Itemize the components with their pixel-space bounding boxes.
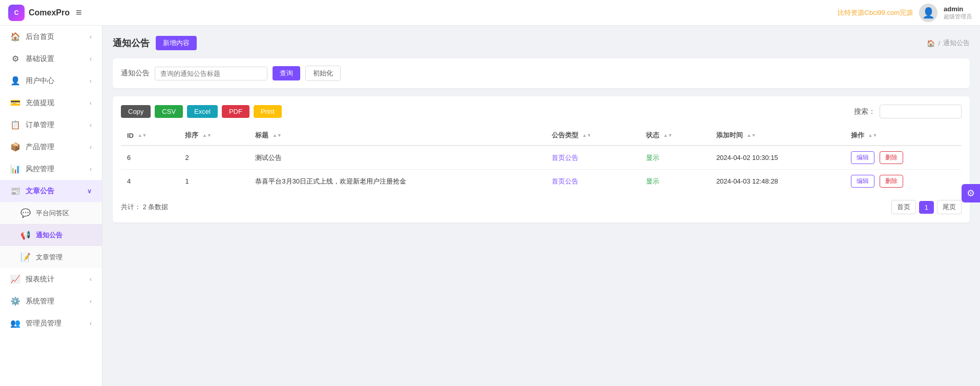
export-buttons-left: Copy CSV Excel PDF Print xyxy=(121,105,282,118)
sidebar-item-product-mgmt[interactable]: 📦 产品管理 ‹ xyxy=(0,136,102,158)
print-button[interactable]: Print xyxy=(254,105,282,118)
reset-button[interactable]: 初始化 xyxy=(305,66,341,81)
logo-icon: C xyxy=(8,5,25,21)
search-input[interactable] xyxy=(155,67,267,80)
sidebar-label-article-notice: 文章公告 xyxy=(26,187,54,196)
table-search: 搜索： xyxy=(854,105,962,118)
copy-button[interactable]: Copy xyxy=(121,105,151,118)
admin-mgmt-icon: 👥 xyxy=(10,318,20,328)
page-title-area: 通知公告 新增内容 xyxy=(113,36,197,50)
sidebar-item-admin-mgmt[interactable]: 👥 管理员管理 ‹ xyxy=(0,312,102,334)
settings-fab-icon: ⚙ xyxy=(967,188,975,199)
pdf-button[interactable]: PDF xyxy=(222,105,249,118)
avatar: 👤 xyxy=(919,4,937,22)
col-status: 状态 ▲▼ xyxy=(640,126,710,146)
risk-icon: 📊 xyxy=(10,164,20,174)
edit-button-1[interactable]: 编辑 xyxy=(851,151,874,164)
cell-title-2: 恭喜平台3月30日正式上线，欢迎新老用户注册抢金 xyxy=(249,170,546,193)
page-header: 通知公告 新增内容 🏠 / 通知公告 xyxy=(113,36,970,50)
sidebar-label-product-mgmt: 产品管理 xyxy=(26,143,54,152)
sidebar-item-notice[interactable]: 📢 通知公告 xyxy=(0,224,102,246)
cell-sort-2: 1 xyxy=(179,170,249,193)
sidebar-item-order-mgmt[interactable]: 📋 订单管理 ‹ xyxy=(0,114,102,136)
sidebar-item-recharge[interactable]: 💳 充值提现 ‹ xyxy=(0,92,102,114)
sidebar-item-dashboard[interactable]: 🏠 后台首页 ‹ xyxy=(0,26,102,48)
total-count: 共计： 2 条数据 xyxy=(121,202,168,212)
first-page-button[interactable]: 首页 xyxy=(891,200,916,214)
col-sort: 排序 ▲▼ xyxy=(179,126,249,146)
sort-icon-title[interactable]: ▲▼ xyxy=(273,133,282,138)
sidebar-item-basic-settings[interactable]: ⚙ 基础设置 ‹ xyxy=(0,48,102,70)
col-add-time: 添加时间 ▲▼ xyxy=(710,126,845,146)
article-icon: 📰 xyxy=(10,186,20,196)
header-left: C ComexPro ≡ xyxy=(8,5,82,21)
cell-addtime-2: 2024-04-03 12:48:28 xyxy=(710,170,845,193)
header-banner: 比特资源Cbci99.com完源 xyxy=(838,8,913,17)
sidebar-item-system-mgmt[interactable]: ⚙️ 系统管理 ‹ xyxy=(0,290,102,312)
delete-button-2[interactable]: 删除 xyxy=(880,175,903,188)
header-right: 比特资源Cbci99.com完源 👤 admin 超级管理员 xyxy=(838,4,972,22)
excel-button[interactable]: Excel xyxy=(187,105,218,118)
csv-button[interactable]: CSV xyxy=(155,105,183,118)
query-button[interactable]: 查询 xyxy=(273,66,300,80)
breadcrumb-home-icon[interactable]: 🏠 xyxy=(927,39,935,47)
home-icon: 🏠 xyxy=(10,32,20,42)
last-page-button[interactable]: 尾页 xyxy=(937,200,962,214)
arrow-admin-mgmt: ‹ xyxy=(90,320,92,327)
arrow-basic-settings: ‹ xyxy=(90,55,92,63)
arrow-product-mgmt: ‹ xyxy=(90,144,92,151)
sidebar-sub-article: 💬 平台问答区 📢 通知公告 📝 文章管理 xyxy=(0,202,102,268)
sort-icon-status[interactable]: ▲▼ xyxy=(663,133,673,138)
current-page-button[interactable]: 1 xyxy=(919,201,934,214)
arrow-report-stats: ‹ xyxy=(90,276,92,283)
article-mgmt-icon: 📝 xyxy=(20,252,31,262)
cell-type-2: 首页公告 xyxy=(546,170,640,193)
sidebar-item-risk-control[interactable]: 📊 风控管理 ‹ xyxy=(0,158,102,180)
table-row: 6 2 测试公告 首页公告 显示 2024-04-02 10:30:15 编辑 … xyxy=(121,146,962,170)
sidebar-label-article-mgmt: 文章管理 xyxy=(36,253,62,262)
sidebar-label-user-center: 用户中心 xyxy=(26,76,54,86)
sidebar-label-system-mgmt: 系统管理 xyxy=(26,297,54,306)
new-content-button[interactable]: 新增内容 xyxy=(156,36,197,50)
logo-text: C xyxy=(14,9,19,16)
page-title: 通知公告 xyxy=(113,37,150,49)
settings-fab-button[interactable]: ⚙ xyxy=(962,184,980,202)
cell-type-1: 首页公告 xyxy=(546,146,640,170)
edit-button-2[interactable]: 编辑 xyxy=(851,175,874,188)
report-icon: 📈 xyxy=(10,274,20,284)
admin-role: 超级管理员 xyxy=(944,13,972,21)
admin-info: admin 超级管理员 xyxy=(944,5,972,21)
cell-id-1: 6 xyxy=(121,146,179,170)
cell-status-2: 显示 xyxy=(640,170,710,193)
sidebar-item-article-notice[interactable]: 📰 文章公告 ∨ xyxy=(0,180,102,202)
arrow-order-mgmt: ‹ xyxy=(90,121,92,129)
sidebar-item-user-center[interactable]: 👤 用户中心 ‹ xyxy=(0,70,102,92)
sidebar-item-report-stats[interactable]: 📈 报表统计 ‹ xyxy=(0,268,102,290)
table-footer: 共计： 2 条数据 首页 1 尾页 xyxy=(121,200,962,214)
sort-icon-add-time[interactable]: ▲▼ xyxy=(747,133,756,138)
system-icon: ⚙️ xyxy=(10,296,20,306)
sort-icon-type[interactable]: ▲▼ xyxy=(582,133,592,138)
sidebar-label-report-stats: 报表统计 xyxy=(26,275,54,284)
recharge-icon: 💳 xyxy=(10,98,20,108)
cell-addtime-1: 2024-04-02 10:30:15 xyxy=(710,146,845,170)
arrow-user-center: ‹ xyxy=(90,77,92,85)
delete-button-1[interactable]: 删除 xyxy=(880,151,903,164)
sort-icon-id[interactable]: ▲▼ xyxy=(138,133,147,138)
menu-toggle-button[interactable]: ≡ xyxy=(76,7,82,18)
notice-icon: 📢 xyxy=(20,230,31,240)
sidebar-item-platform-qa[interactable]: 💬 平台问答区 xyxy=(0,202,102,224)
cell-action-1: 编辑 删除 xyxy=(845,146,962,170)
sort-icon-action[interactable]: ▲▼ xyxy=(868,133,878,138)
table-search-input[interactable] xyxy=(880,105,962,118)
sidebar-item-article-mgmt[interactable]: 📝 文章管理 xyxy=(0,246,102,268)
table-row: 4 1 恭喜平台3月30日正式上线，欢迎新老用户注册抢金 首页公告 显示 202… xyxy=(121,170,962,193)
search-bar: 通知公告 查询 初始化 xyxy=(113,58,970,88)
sidebar-label-notice: 通知公告 xyxy=(36,231,62,240)
cell-action-2: 编辑 删除 xyxy=(845,170,962,193)
breadcrumb-separator: / xyxy=(938,39,940,47)
sidebar-label-platform-qa: 平台问答区 xyxy=(36,209,69,218)
sort-icon-sort[interactable]: ▲▼ xyxy=(202,133,212,138)
qa-icon: 💬 xyxy=(20,208,31,218)
sidebar-label-risk-control: 风控管理 xyxy=(26,165,54,174)
